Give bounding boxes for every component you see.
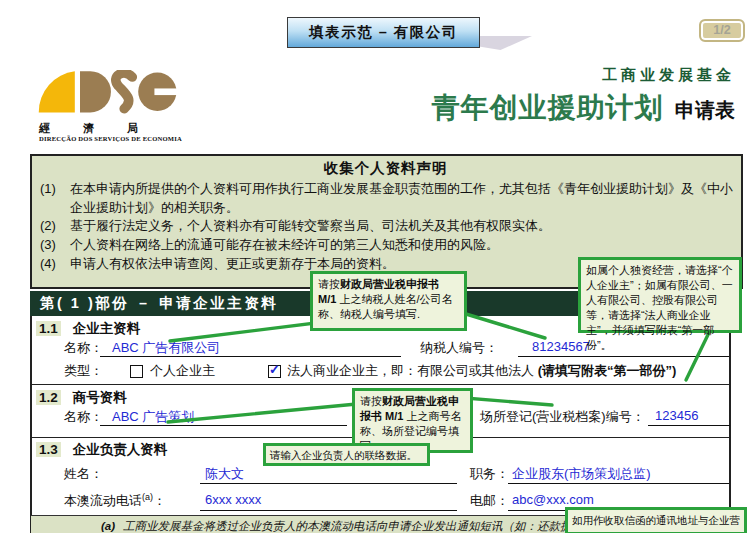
- subsection-1-1-heading: 1.1企业主资料: [36, 320, 140, 338]
- owner-name-label: 名称：: [64, 339, 103, 357]
- person-name-label: 姓名：: [64, 465, 103, 483]
- subsection-1-3-heading: 1.3企业负责人资料: [36, 441, 167, 459]
- footnote-number: (a): [101, 520, 115, 532]
- corporate-owner-text: 法人商业企业主，即：有限公司或其他法人: [287, 363, 534, 378]
- premises-registration-label: 场所登记(营业税档案)编号：: [480, 408, 645, 426]
- position-field[interactable]: 企业股东(市场策划总监): [512, 465, 651, 483]
- logo-chinese-name: 經濟局: [39, 121, 159, 136]
- checkbox-individual-owner[interactable]: [130, 365, 143, 378]
- declaration-item: (3) 个人资料在网络上的流通可能存在被未经许可的第三人知悉和使用的风险。: [38, 236, 733, 255]
- individual-owner-option: 个人企业主: [150, 362, 215, 380]
- annotation-contact-info: 请输入企业负责人的联络数据。: [263, 443, 430, 466]
- annotation-text: 请按: [318, 278, 340, 290]
- attachment-note: (请填写附表“第一部份”): [538, 363, 677, 378]
- shop-name-label: 名称：: [64, 408, 103, 426]
- owner-name-underline: [100, 356, 401, 357]
- subsection-number: 1.2: [36, 390, 61, 405]
- sample-type-banner: 填表示范 – 有限公司: [287, 17, 480, 48]
- item-number: (1): [38, 180, 70, 217]
- mobile-phone-text: 本澳流动电话: [64, 493, 142, 508]
- taxpayer-number-underline: [518, 356, 729, 357]
- application-form-word: 申请表: [675, 99, 735, 121]
- corporate-owner-option: 法人商业企业主，即：有限公司或其他法人 (请填写附表“第一部份”): [287, 362, 676, 380]
- subsection-title: 企业主资料: [73, 321, 141, 336]
- item-text: 在本申请内所提供的个人资料可用作执行工商业发展基金职责范围的工作，尤其包括《青年…: [70, 180, 733, 217]
- mobile-phone-label: 本澳流动电话(a)：: [64, 492, 166, 510]
- application-form-page: 填表示范 – 有限公司 1/2 經濟局 DIRECÇÃO DOS SERVIÇO…: [0, 0, 747, 533]
- footnote-marker: (a): [142, 492, 153, 502]
- annotation-text: 上之纳税人姓名/公司名称、纳税人编号填写.: [318, 293, 452, 320]
- item-number: (3): [38, 236, 70, 255]
- scheme-title: 青年创业援助计划: [432, 92, 664, 123]
- person-name-field[interactable]: 陈大文: [205, 465, 244, 483]
- taxpayer-number-field[interactable]: 81234567: [532, 339, 590, 354]
- email-field[interactable]: abc@xxx.com: [512, 492, 594, 507]
- subsection-number: 1.3: [36, 442, 61, 457]
- subsection-title: 商号资料: [73, 390, 127, 405]
- subsection-number: 1.1: [36, 321, 61, 336]
- logo-portuguese-name: DIRECÇÃO DOS SERVIÇOS DE ECONOMIA: [39, 135, 239, 142]
- owner-name-field[interactable]: ABC 广告有限公司: [112, 339, 220, 357]
- annotation-mailing-address: 如用作收取信函的通讯地址与企业营: [565, 507, 747, 533]
- position-label: 职务：: [470, 465, 509, 483]
- colon: ：: [153, 493, 166, 508]
- premises-registration-underline: [648, 425, 730, 426]
- fund-title: 工商业发展基金: [400, 66, 735, 85]
- checkbox-corporate-owner[interactable]: [268, 365, 281, 378]
- item-number: (2): [38, 217, 70, 236]
- premises-registration-field[interactable]: 123456: [655, 408, 698, 423]
- subsection-1-2-heading: 1.2商号资料: [36, 389, 127, 407]
- item-text: 个人资料在网络上的流通可能存在被未经许可的第三人知悉和使用的风险。: [70, 236, 733, 255]
- mobile-phone-field[interactable]: 6xxx xxxx: [205, 492, 261, 507]
- position-underline: [508, 483, 729, 484]
- item-text: 基于履行法定义务，个人资料亦有可能转交警察当局、司法机关及其他有权限实体。: [70, 217, 733, 236]
- shop-name-field[interactable]: ABC 广告策划: [112, 408, 194, 426]
- annotation-text: 请按: [360, 395, 382, 407]
- declaration-title: 收集个人资料声明: [38, 159, 733, 178]
- scheme-title-line: 青年创业援助计划 申请表: [280, 88, 735, 132]
- dse-logo-icon: [38, 70, 178, 115]
- taxpayer-number-label: 纳税人编号：: [420, 339, 498, 357]
- item-number: (4): [38, 255, 70, 274]
- annotation-taxpayer-info: 请按财政局营业税申报书 M/1 上之纳税人姓名/公司名称、纳税人编号填写.: [310, 271, 467, 331]
- person-name-underline: [200, 483, 457, 484]
- subsection-title: 企业负责人资料: [73, 442, 168, 457]
- page-number-badge: 1/2: [699, 19, 745, 42]
- annotation-owner-type: 如属个人独资经营，请选择“个人企业主”；如属有限公司、一人有限公司、控股有限公司…: [578, 257, 742, 333]
- email-label: 电邮：: [470, 492, 509, 510]
- footnote-text: 工商业发展基金将透过企业负责人的本澳流动电话向申请企业发出通知短讯（如：还款提示…: [123, 520, 606, 532]
- declaration-item: (2) 基于履行法定义务，个人资料亦有可能转交警察当局、司法机关及其他有权限实体…: [38, 217, 733, 236]
- shop-name-underline: [100, 425, 347, 426]
- table-divider: [30, 384, 731, 385]
- declaration-item: (1) 在本申请内所提供的个人资料可用作执行工商业发展基金职责范围的工作，尤其包…: [38, 180, 733, 217]
- mobile-phone-underline: [200, 510, 457, 511]
- owner-type-label: 类型：: [64, 362, 103, 380]
